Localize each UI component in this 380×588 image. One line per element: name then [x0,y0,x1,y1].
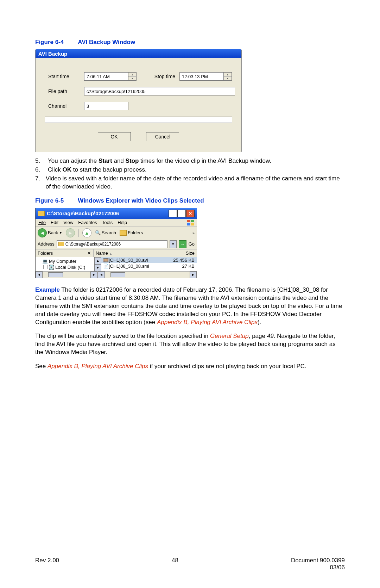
step-6: 6. Click OK to start the backup process. [35,166,345,174]
progress-bar [45,117,232,123]
folder-icon [38,211,45,216]
figure-title-2: Windows Explorer with Video Clips Select… [78,197,204,204]
disk-icon: 💽 [49,265,54,270]
stop-time-input[interactable]: 12:03:13 PM [179,72,224,81]
close-button[interactable]: ✕ [186,210,195,217]
menu-view[interactable]: View [63,220,73,225]
figure-6-4-caption: Figure 6-4AVI Backup Window [35,39,345,46]
address-dropdown[interactable]: ▼ [170,240,177,248]
figure-6-5-caption: Figure 6-5Windows Explorer with Video Cl… [35,197,345,204]
footer-page: 48 [172,557,178,571]
footer-doc: Document 900.0399 [291,557,345,564]
file-row-smi[interactable]: 📄 [CH1]08_30_08.smi 27 KB [101,263,197,269]
menu-file[interactable]: File [38,220,46,225]
stop-time-spinner[interactable]: ▲▼ [224,72,232,81]
address-label: Address [38,241,55,247]
stop-time-label: Stop time [137,74,179,79]
scroll-up-icon[interactable]: ▲ [94,257,101,264]
figure-title: AVI Backup Window [78,39,135,45]
explorer-title: C:\Storage\Backup\02172006 [47,210,119,216]
column-headers: Folders✕ Name ▲ Size [36,249,197,257]
avi-title: AVI Backup [38,51,67,57]
general-setup-paragraph: The clip will be automatically saved to … [35,332,345,357]
computer-icon: 💻 [42,259,48,264]
start-time-spinner[interactable]: ▲▼ [128,72,137,81]
maximize-button[interactable]: ☐ [177,210,186,217]
back-button[interactable]: ◄ Back ▼ [38,228,62,237]
expand-collapse-icon[interactable]: − [37,259,41,263]
link-appendix-b-2[interactable]: Appendix B, Playing AVI Archive Clips [48,363,148,370]
footer-rev: Rev 2.00 [35,557,59,571]
folders-tree[interactable]: − 💻 My Computer − 💽 Local Disk (C:) [36,257,94,271]
link-general-setup[interactable]: General Setup [210,333,249,339]
step-5: 5. You can adjust the Start and Stop tim… [35,157,345,165]
expand-collapse-icon[interactable]: − [43,265,48,269]
folders-button[interactable]: Folders [120,230,143,236]
scroll-down-icon[interactable]: ▼ [94,264,101,271]
forward-button[interactable]: ► [66,228,75,237]
step-7: 7. Video is saved with a folder name of … [35,175,345,191]
tree-local-disk[interactable]: Local Disk (C:) [55,265,85,270]
search-button[interactable]: 🔍Search [95,230,116,235]
video-file-icon: 🎞️ [103,258,109,263]
name-header[interactable]: Name ▲ [94,249,167,257]
toolbar-overflow[interactable]: » [192,231,195,235]
explorer-titlebar: C:\Storage\Backup\02172006 _ ☐ ✕ [36,208,197,219]
windows-logo-icon [187,220,194,225]
up-arrow-icon: ▲ [84,230,89,236]
explorer-menubar: File Edit View Favorites Tools Help [36,219,197,227]
link-appendix-b[interactable]: Appendix B, Playing AVI Archive Clips [157,319,258,326]
explorer-toolbar: ◄ Back ▼ ► ▲ 🔍Search Folders » [36,227,197,239]
back-icon: ◄ [38,228,47,237]
channel-input[interactable]: 3 [84,102,128,110]
figure-label: Figure 6-4 [35,39,64,45]
file-path-input[interactable]: c:\Storage\Backup\12162005 [84,87,235,95]
file-icon: 📄 [103,264,109,269]
go-button[interactable]: → [179,240,186,248]
search-icon: 🔍 [95,230,101,235]
folder-icon [58,242,64,246]
explorer-content: − 💻 My Computer − 💽 Local Disk (C:) ▲ ▼ … [36,257,197,271]
cancel-button[interactable]: Cancel [146,132,179,141]
menu-tools[interactable]: Tools [102,220,113,225]
menu-help[interactable]: Help [118,220,127,225]
channel-label: Channel [42,103,84,109]
size-header[interactable]: Size [167,249,197,257]
folder-icon [120,230,127,236]
menu-favorites[interactable]: Favorites [78,220,97,225]
minimize-button[interactable]: _ [169,210,177,217]
tree-my-computer[interactable]: My Computer [49,259,76,264]
go-label: Go [189,241,195,247]
file-path-label: File path [42,88,84,94]
explorer-window: C:\Storage\Backup\02172006 _ ☐ ✕ File Ed… [35,208,197,278]
figure-label-2: Figure 6-5 [35,197,64,204]
up-button[interactable]: ▲ [82,228,91,237]
example-paragraph: Example The folder is 02172006 for a rec… [35,286,345,327]
menu-edit[interactable]: Edit [51,220,58,225]
folders-scrollbar[interactable]: ◄► [36,271,98,278]
start-time-input[interactable]: 7:06:11 AM [84,72,128,81]
files-scrollbar[interactable]: ◄► [98,271,197,278]
address-input[interactable]: C:\Storage\Backup\02172006 [57,240,167,248]
page-footer: Rev 2.00 48 Document 900.0399 03/06 [35,554,345,571]
start-time-label: Start time [42,74,84,79]
close-pane-icon[interactable]: ✕ [87,250,91,256]
explorer-address-bar: Address C:\Storage\Backup\02172006 ▼ → G… [36,239,197,249]
avi-backup-window: AVI Backup Start time 7:06:11 AM ▲▼ Stop… [35,49,242,152]
file-row-avi[interactable]: 🎞️ [CH1]08_30_08.avi 25,456 KB [101,257,197,263]
folders-header: Folders✕ [36,249,94,257]
see-appendix-paragraph: See Appendix B, Playing AVI Archive Clip… [35,363,345,371]
avi-titlebar: AVI Backup [36,49,241,58]
file-list[interactable]: 🎞️ [CH1]08_30_08.avi 25,456 KB 📄 [CH1]08… [101,257,197,271]
ok-button[interactable]: OK [98,132,131,141]
footer-date: 03/06 [291,564,345,571]
